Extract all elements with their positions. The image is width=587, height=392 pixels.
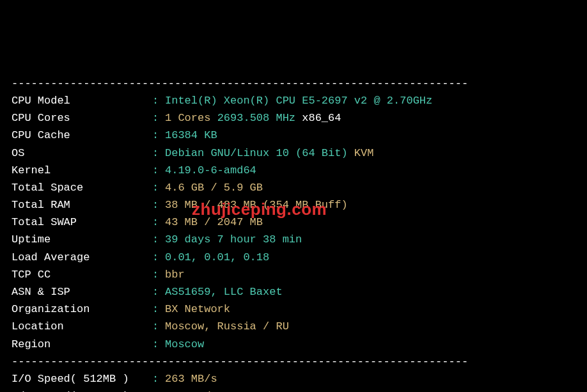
sysinfo-label: Total Space (12, 179, 152, 196)
sysinfo-value-segment: Debian GNU/Linux 10 (64 Bit) (165, 147, 354, 159)
iospeed-value-segment: 263 MB/s (165, 373, 217, 385)
sysinfo-row: Location: Moscow, Russia / RU (12, 318, 575, 335)
sysinfo-label: Total SWAP (12, 214, 152, 231)
sysinfo-row: OS: Debian GNU/Linux 10 (64 Bit) KVM (12, 145, 575, 162)
sysinfo-row: CPU Model: Intel(R) Xeon(R) CPU E5-2697 … (12, 92, 575, 109)
colon-separator: : (152, 249, 165, 266)
sysinfo-label: Uptime (12, 231, 152, 248)
sysinfo-row: CPU Cores: 1 Cores 2693.508 MHz x86_64 (12, 109, 575, 127)
sysinfo-label: Load Average (12, 249, 152, 266)
colon-separator: : (152, 301, 165, 318)
sysinfo-label: CPU Cache (12, 127, 152, 144)
colon-separator: : (152, 318, 165, 335)
sysinfo-value-segment: AS51659, LLC Baxet (165, 286, 283, 298)
sysinfo-value-segment: BX Network (165, 303, 230, 315)
sysinfo-label: CPU Model (12, 92, 152, 109)
colon-separator: : (152, 283, 165, 301)
colon-separator: : (152, 145, 165, 162)
sysinfo-label: TCP CC (12, 266, 152, 283)
sysinfo-label: Kernel (12, 162, 152, 179)
sysinfo-value-segment: 4.19.0-6-amd64 (165, 164, 256, 176)
terminal-output: ----------------------------------------… (12, 75, 575, 392)
divider: ----------------------------------------… (12, 353, 575, 370)
sysinfo-label: Location (12, 318, 152, 335)
sysinfo-row: CPU Cache: 16384 KB (12, 127, 575, 144)
sysinfo-row: Total SWAP: 43 MB / 2047 MB (12, 214, 575, 231)
divider: ----------------------------------------… (12, 75, 575, 92)
iospeed-label: I/O Speed( 512MB ) (12, 388, 152, 392)
sysinfo-row: TCP CC: bbr (12, 266, 575, 283)
iospeed-label: I/O Speed( 512MB ) (12, 370, 152, 388)
sysinfo-value-segment: 43 MB / 2047 MB (165, 216, 263, 228)
sysinfo-value-segment: 38 MB / 483 MB (354 MB Buff) (165, 199, 348, 211)
colon-separator: : (152, 109, 165, 127)
sysinfo-row: ASN & ISP: AS51659, LLC Baxet (12, 283, 575, 301)
colon-separator: : (152, 127, 165, 144)
sysinfo-value-segment: 0.01, 0.01, 0.18 (165, 251, 269, 263)
sysinfo-row: Total Space: 4.6 GB / 5.9 GB (12, 179, 575, 196)
sysinfo-label: ASN & ISP (12, 283, 152, 301)
sysinfo-label: OS (12, 145, 152, 162)
sysinfo-value-segment: 39 days 7 hour 38 min (165, 233, 302, 246)
sysinfo-label: Region (12, 336, 152, 353)
colon-separator: : (152, 196, 165, 214)
sysinfo-row: Kernel: 4.19.0-6-amd64 (12, 162, 575, 179)
sysinfo-value-segment: x86_64 (302, 112, 341, 124)
sysinfo-label: Organization (12, 301, 152, 318)
sysinfo-row: Uptime: 39 days 7 hour 38 min (12, 231, 575, 248)
sysinfo-label: Total RAM (12, 196, 152, 214)
colon-separator: : (152, 214, 165, 231)
sysinfo-row: Organization: BX Network (12, 301, 575, 318)
sysinfo-value-segment: Intel(R) Xeon(R) CPU E5-2697 v2 @ 2.70GH… (165, 95, 432, 107)
colon-separator: : (152, 92, 165, 109)
sysinfo-value-segment: 2693.508 MHz (217, 112, 302, 124)
sysinfo-value-segment: Moscow (165, 338, 204, 350)
colon-separator: : (152, 266, 165, 283)
sysinfo-row: Total RAM: 38 MB / 483 MB (354 MB Buff) (12, 196, 575, 214)
colon-separator: : (152, 162, 165, 179)
colon-separator: : (152, 231, 165, 248)
sysinfo-row: Load Average: 0.01, 0.01, 0.18 (12, 249, 575, 266)
sysinfo-row: Region: Moscow (12, 336, 575, 353)
sysinfo-value-segment: bbr (165, 269, 185, 281)
colon-separator: : (152, 370, 165, 388)
sysinfo-value-segment: 4.6 GB / 5.9 GB (165, 182, 263, 194)
colon-separator: : (152, 388, 165, 392)
iospeed-row: I/O Speed( 512MB ): 263 MB/s (12, 370, 575, 388)
sysinfo-label: CPU Cores (12, 109, 152, 127)
colon-separator: : (152, 179, 165, 196)
sysinfo-value-segment: Moscow, Russia / RU (165, 320, 289, 333)
sysinfo-value-segment: KVM (354, 147, 374, 159)
iospeed-row: I/O Speed( 512MB ): 214 MB/s (12, 388, 575, 392)
sysinfo-value-segment: 1 Cores (165, 112, 217, 124)
sysinfo-value-segment: 16384 KB (165, 129, 217, 141)
colon-separator: : (152, 336, 165, 353)
